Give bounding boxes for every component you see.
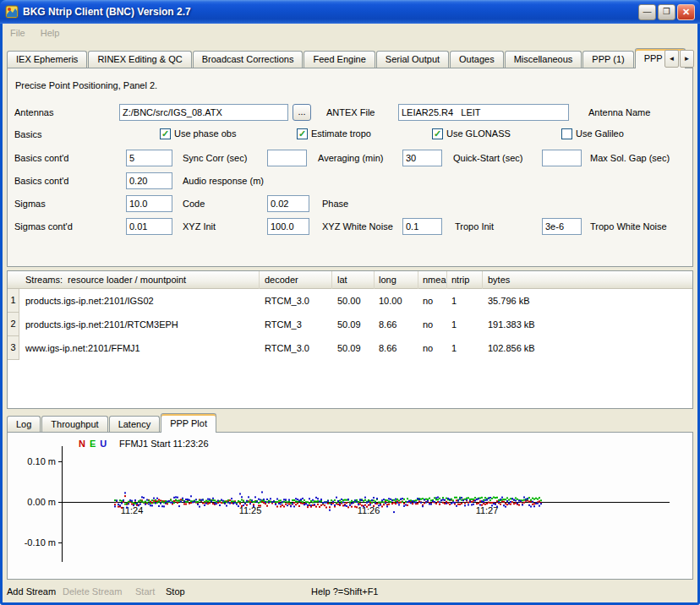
maximize-button[interactable]: ❒ [658,4,675,20]
stream-row-2[interactable]: 2 products.igs-ip.net:2101/RTCM3EPH RTCM… [8,313,692,336]
sync-corr-input[interactable] [126,150,172,166]
tab-miscellaneous[interactable]: Miscellaneous [505,51,582,68]
audio-response-label: Audio response (m) [183,176,264,186]
delete-stream-button[interactable]: Delete Stream [63,586,122,597]
tab-rinex-editing-qc[interactable]: RINEX Editing & QC [88,51,191,68]
averaging-label: Averaging (min) [318,153,383,163]
check-icon: ✓ [161,129,169,139]
row-number[interactable]: 1 [8,289,19,313]
tab-serial-output[interactable]: Serial Output [376,51,449,68]
tab-outages[interactable]: Outages [450,51,504,68]
cell-long[interactable]: 8.66 [379,319,396,330]
ppp-plot-canvas: 0.10 m0.00 m-0.10 m11:2411:2511:2611:27 [8,433,692,579]
tab-ppp-1[interactable]: PPP (1) [582,51,633,68]
window-title: BKG Ntrip Client (BNC) Version 2.7 [23,6,637,18]
sigma-phase-input[interactable] [267,195,309,212]
row-number[interactable]: 3 [8,336,19,360]
antenna-name-label: Antenna Name [588,107,650,117]
tab-scroll-left-button[interactable]: ◄ [664,50,679,68]
cell-mountpoint[interactable]: products.igs-ip.net:2101/RTCM3EPH [25,319,178,330]
stream-row-1[interactable]: 1 products.igs-ip.net:2101/IGS02 RTCM_3.… [8,289,692,313]
panel-caption: Precise Point Positioning, Panel 2. [15,80,157,90]
antenna-name-input[interactable] [398,104,569,121]
cell-decoder[interactable]: RTCM_3.0 [265,296,309,306]
basics2-label: Basics cont'd [14,153,68,163]
cell-bytes[interactable]: 102.856 kB [488,343,535,353]
cell-mountpoint[interactable]: www.igs-ip.net:2101/FFMJ1 [25,343,140,353]
cell-lat[interactable]: 50.00 [337,296,361,306]
tab-throughput[interactable]: Throughput [41,416,107,432]
xyz-init-input[interactable] [126,218,172,235]
tab-broadcast-corrections[interactable]: Broadcast Corrections [193,51,304,68]
cell-nmea[interactable]: no [423,319,433,330]
svg-text:0.00 m: 0.00 m [27,497,56,507]
averaging-input[interactable] [267,150,307,166]
xyz-white-noise-label: XYZ White Noise [322,221,393,232]
col-header-mountpoint[interactable]: Streams: resource loader / mountpoint [8,271,260,289]
checkbox-label: Use GLONASS [446,128,511,139]
xyz-white-noise-input[interactable] [267,218,309,235]
antex-file-input[interactable] [119,104,288,121]
cell-ntrip[interactable]: 1 [451,343,457,353]
footer: Add Stream Delete Stream Start Stop Help… [3,580,697,602]
sync-corr-label: Sync Corr (sec) [183,153,247,163]
cell-bytes[interactable]: 35.796 kB [488,296,530,306]
close-button[interactable]: ✕ [677,4,695,20]
max-sol-gap-input[interactable] [542,150,582,166]
stop-button[interactable]: Stop [166,586,185,597]
cell-ntrip[interactable]: 1 [451,319,457,330]
col-header-ntrip[interactable]: ntrip [447,271,483,289]
cell-nmea[interactable]: no [423,343,433,353]
col-header-lat[interactable]: lat [332,271,375,289]
col-header-bytes[interactable]: bytes [483,271,692,289]
menu-file[interactable]: File [3,25,33,41]
add-stream-button[interactable]: Add Stream [7,586,56,597]
checkbox-use-glonass[interactable]: ✓ Use GLONASS [432,128,511,139]
audio-response-input[interactable] [126,172,172,189]
tropo-init-input[interactable] [402,218,442,235]
menu-help[interactable]: Help [33,25,68,41]
sigmas-label: Sigmas [14,199,46,209]
col-header-nmea[interactable]: nmea [418,271,447,289]
tab-ppp-plot[interactable]: PPP Plot [161,413,216,433]
cell-long[interactable]: 8.66 [379,343,396,353]
antex-file-label: ANTEX File [326,107,375,117]
tab-feed-engine[interactable]: Feed Engine [304,51,375,68]
tab-latency[interactable]: Latency [109,416,161,432]
tab-bar: IEX Ephemeris RINEX Editing & QC Broadca… [7,48,686,68]
row-number[interactable]: 2 [8,313,19,336]
cell-lat[interactable]: 50.09 [337,343,361,353]
cell-decoder[interactable]: RTCM_3 [265,319,302,330]
check-icon: ✓ [298,129,306,139]
cell-mountpoint[interactable]: products.igs-ip.net:2101/IGS02 [25,296,154,306]
browse-button[interactable]: ... [293,104,311,121]
cell-decoder[interactable]: RTCM_3.0 [265,343,309,353]
bottom-tab-bar: Log Throughput Latency PPP Plot [7,413,217,432]
cell-lat[interactable]: 50.09 [337,319,361,330]
tropo-white-noise-input[interactable] [542,218,582,235]
stream-row-3[interactable]: 3 www.igs-ip.net:2101/FFMJ1 RTCM_3.0 50.… [8,336,692,360]
col-header-long[interactable]: long [375,271,418,289]
cell-long[interactable]: 10.00 [379,296,402,306]
cell-bytes[interactable]: 191.383 kB [488,319,535,330]
start-button[interactable]: Start [135,586,155,597]
tab-scroll-right-button[interactable]: ► [680,50,694,68]
cell-nmea[interactable]: no [423,296,433,306]
checkbox-use-phase-obs[interactable]: ✓ Use phase obs [160,128,236,139]
col-header-decoder[interactable]: decoder [260,271,332,289]
checkbox-estimate-tropo[interactable]: ✓ Estimate tropo [297,128,371,139]
minimize-button[interactable]: — [638,4,656,20]
titlebar: BKG Ntrip Client (BNC) Version 2.7 — ❒ ✕ [0,0,700,24]
tab-rinex-ephemeris[interactable]: IEX Ephemeris [7,51,87,68]
sigma-code-label: Code [183,199,205,209]
tab-log[interactable]: Log [7,416,41,432]
bnc-window: BKG Ntrip Client (BNC) Version 2.7 — ❒ ✕… [0,0,700,605]
checkbox-use-galileo[interactable]: ✓ Use Galileo [561,128,624,139]
menubar: File Help [3,24,697,42]
svg-text:0.10 m: 0.10 m [27,456,56,466]
sigma-code-input[interactable] [126,195,172,212]
checkbox-label: Use Galileo [576,128,624,139]
cell-ntrip[interactable]: 1 [451,296,457,306]
quick-start-input[interactable] [402,150,442,166]
checkbox-box: ✓ [561,128,572,139]
